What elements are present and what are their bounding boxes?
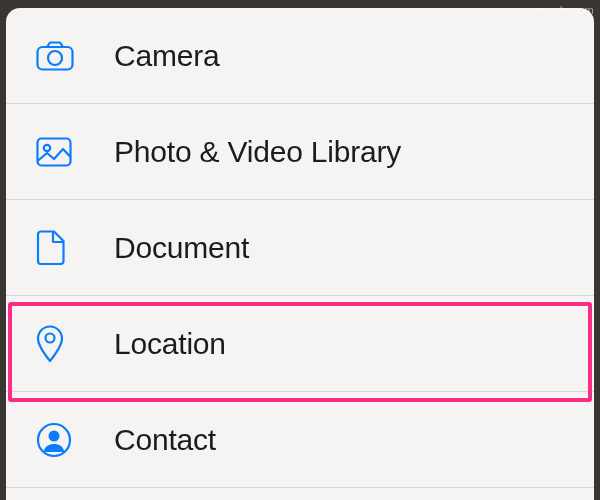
contact-icon [36,422,86,458]
camera-icon [36,41,86,71]
photo-icon [36,137,86,167]
svg-point-4 [46,333,55,342]
menu-item-label: Location [114,327,226,361]
svg-point-3 [44,144,50,150]
menu-item-label: Contact [114,423,216,457]
menu-item-camera[interactable]: Camera [6,8,594,104]
menu-item-contact[interactable]: Contact [6,392,594,488]
menu-item-label: Camera [114,39,220,73]
location-pin-icon [36,325,86,363]
document-icon [36,230,86,266]
action-sheet: Camera Photo & Video Library Document [6,8,594,500]
menu-item-location[interactable]: Location [6,296,594,392]
svg-point-1 [48,51,62,65]
watermark-text: wsxdn.com [536,4,594,16]
menu-item-label: Document [114,231,249,265]
menu-item-photo-video[interactable]: Photo & Video Library [6,104,594,200]
menu-item-document[interactable]: Document [6,200,594,296]
svg-point-6 [49,430,60,441]
menu-item-label: Photo & Video Library [114,135,401,169]
